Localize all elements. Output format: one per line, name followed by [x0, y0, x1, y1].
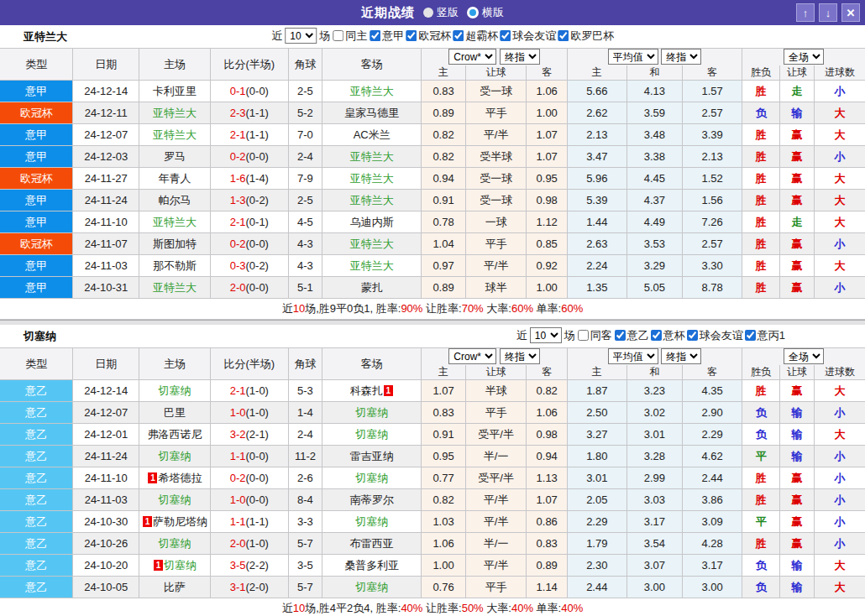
scope-select[interactable]: 全场: [784, 348, 824, 364]
competition-label: 意杯: [663, 328, 685, 343]
subcol-avg-draw: 和: [626, 365, 683, 380]
odds-handicap: 平手: [465, 233, 527, 255]
fulltime-score: 1-1: [230, 450, 246, 462]
odds-source-select[interactable]: Crow*: [448, 49, 496, 65]
halftime-score: (1-0): [246, 537, 269, 550]
avg-kind-select[interactable]: 终指: [661, 49, 701, 65]
match-row: 意乙24-11-24切塞纳1-1(0-0)11-2雷吉亚纳0.95半/一0.94…: [0, 446, 865, 467]
recent-count-select[interactable]: 10: [530, 327, 562, 343]
odds-kind-select[interactable]: 终指: [500, 49, 540, 65]
fulltime-score: 1-3: [230, 194, 246, 206]
subcol-result-wdl: 胜负: [742, 65, 779, 81]
avg-draw: 3.01: [626, 424, 683, 446]
corner-score: 4-3: [288, 233, 322, 255]
home-team-cell: 卡利亚里: [139, 81, 211, 102]
avg-draw: 5.05: [626, 277, 683, 299]
avg-home: 1.80: [567, 446, 626, 467]
summary-stat-label: 单率:: [533, 602, 561, 614]
same-venue-filter[interactable]: 同主: [333, 29, 367, 44]
avg-draw: 3.28: [626, 446, 683, 467]
odds-home: 1.06: [422, 533, 466, 555]
score-cell: 3-5(2-2): [210, 555, 288, 577]
result-wdl: 胜: [742, 146, 779, 168]
halftime-score: (0-2): [246, 194, 269, 206]
scope-select[interactable]: 全场: [784, 49, 824, 65]
match-date: 24-11-27: [73, 168, 139, 190]
result-wdl: 胜: [742, 233, 779, 255]
competition-checkbox[interactable]: [406, 30, 417, 41]
avg-draw: 3.48: [626, 124, 683, 146]
competition-filter-意甲[interactable]: 意甲: [370, 29, 404, 44]
odds-handicap: 半/一: [465, 446, 527, 467]
same-venue-checkbox[interactable]: [333, 30, 343, 41]
avg-home: 2.44: [567, 577, 626, 598]
recent-count-select[interactable]: 10: [285, 28, 317, 44]
competition-filter-超霸杯[interactable]: 超霸杯: [453, 29, 498, 44]
competition-filter-球会友谊[interactable]: 球会友谊: [500, 29, 556, 44]
odds-home: 1.03: [422, 511, 466, 533]
league-badge: 意甲: [0, 146, 73, 168]
competition-checkbox[interactable]: [500, 30, 511, 41]
competition-checkbox[interactable]: [651, 330, 662, 341]
result-wdl: 胜: [742, 533, 779, 555]
avg-home: 5.96: [567, 168, 626, 190]
team-heading: 切塞纳: [24, 329, 56, 344]
summary-stat-value: 10: [293, 302, 305, 315]
avg-away: 7.26: [683, 211, 742, 233]
competition-checkbox[interactable]: [370, 30, 380, 41]
competition-filter-球会友谊[interactable]: 球会友谊: [687, 328, 743, 343]
score-cell: 2-1(1-1): [210, 124, 288, 146]
competition-checkbox[interactable]: [687, 330, 698, 341]
competition-checkbox[interactable]: [745, 330, 756, 341]
same-venue-checkbox[interactable]: [578, 330, 589, 341]
close-button[interactable]: ✕: [841, 3, 860, 22]
result-handicap: 赢: [780, 233, 814, 255]
avg-draw: 4.49: [626, 211, 683, 233]
away-team-cell: 雷吉亚纳: [322, 446, 422, 467]
competition-filter-欧冠杯[interactable]: 欧冠杯: [406, 29, 451, 44]
avg-away: 2.90: [683, 402, 742, 424]
avg-source-select[interactable]: 平均值: [608, 49, 658, 65]
avg-source-select[interactable]: 平均值: [608, 348, 658, 364]
result-handicap: 输: [780, 446, 814, 467]
match-row: 意甲24-11-03那不勒斯0-3(0-2)4-3亚特兰大0.97平/半0.92…: [0, 255, 865, 277]
competition-checkbox[interactable]: [453, 30, 464, 41]
league-badge: 意乙: [0, 446, 73, 467]
col-type: 类型: [0, 49, 73, 81]
odds-away: 0.95: [527, 168, 567, 190]
odds-source-select[interactable]: Crow*: [448, 348, 496, 364]
scroll-up-button[interactable]: ↑: [796, 3, 815, 22]
league-badge: 意乙: [0, 402, 73, 424]
competition-checkbox[interactable]: [558, 30, 569, 41]
layout-vertical-radio[interactable]: 竖版: [423, 5, 459, 20]
competition-filter-意丙1[interactable]: 意丙1: [745, 328, 785, 343]
odds-home: 0.97: [422, 255, 466, 277]
competition-filter-意乙[interactable]: 意乙: [615, 328, 649, 343]
competition-checkbox[interactable]: [615, 330, 626, 341]
score-cell: 1-0(0-0): [210, 489, 288, 511]
subcol-result-handicap: 让球: [780, 365, 814, 380]
result-goals: 小: [814, 81, 865, 102]
fulltime-score: 1-0: [230, 406, 246, 419]
fulltime-score: 3-2: [230, 428, 246, 441]
team-name: 希塔德拉: [158, 472, 202, 484]
result-goals: 大: [814, 211, 865, 233]
same-venue-filter[interactable]: 同客: [578, 328, 612, 343]
home-team-cell: 切塞纳: [139, 446, 211, 467]
scroll-down-button[interactable]: ↓: [819, 3, 837, 22]
avg-home: 1.35: [567, 277, 626, 299]
result-handicap: 赢: [780, 190, 814, 211]
subcol-odds-home: 主: [422, 65, 466, 81]
summary-stat-value: 60%: [511, 302, 533, 315]
score-cell: 2-1(0-1): [210, 211, 288, 233]
corner-score: 8-4: [288, 489, 322, 511]
competition-filter-欧罗巴杯[interactable]: 欧罗巴杯: [558, 29, 614, 44]
competition-filter-意杯[interactable]: 意杯: [651, 328, 685, 343]
summary-stat-value: 90%: [401, 302, 422, 315]
results-table-atalanta: 类型 日期 主场 比分(半场) 角球 客场 Crow* 终指 平均值 终指 全场…: [0, 48, 865, 320]
odds-away: 1.06: [527, 81, 567, 102]
radio-selected-icon: [467, 7, 479, 18]
odds-kind-select[interactable]: 终指: [500, 348, 540, 364]
avg-kind-select[interactable]: 终指: [661, 348, 701, 364]
layout-horizontal-radio[interactable]: 横版: [467, 5, 504, 20]
